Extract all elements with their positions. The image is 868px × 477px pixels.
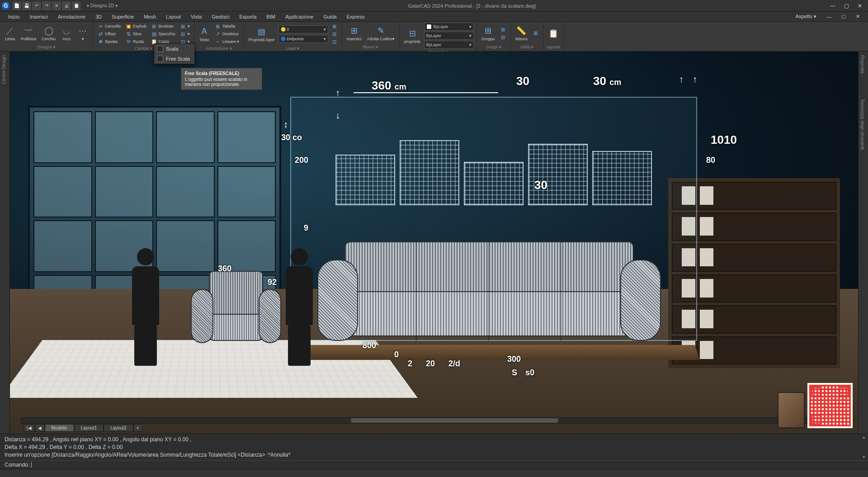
prop-linetype[interactable]: ByLayer▾ bbox=[424, 32, 474, 40]
menu-gestisci[interactable]: Gestisci bbox=[207, 13, 234, 20]
prop-lineweight[interactable]: ByLayer▾ bbox=[424, 41, 474, 49]
command-prompt: Comando: bbox=[5, 462, 29, 468]
tool-direttrice[interactable]: ↗Direttrice bbox=[213, 30, 241, 38]
scroll-down-icon[interactable]: ▼ bbox=[860, 455, 868, 459]
tab-nav-first[interactable]: |◀ bbox=[24, 424, 35, 432]
tool-proprieta[interactable]: ⊟proprietà bbox=[402, 27, 422, 45]
arrow-up-icon: ↑ bbox=[335, 88, 340, 98]
layer-ex1[interactable]: ⊞ bbox=[330, 23, 339, 30]
tool-boolean[interactable]: ⊞Boolean bbox=[150, 23, 177, 30]
tab-layout2[interactable]: Layout2 bbox=[104, 424, 133, 432]
drawing-canvas[interactable]: 360 cm 30 30 cm 30 co 200 1010 80 30 9 9… bbox=[10, 52, 858, 434]
tab-modello[interactable]: Modello bbox=[45, 424, 74, 432]
close-button[interactable]: ✕ bbox=[854, 2, 866, 10]
qat-close-icon[interactable]: ✕ bbox=[52, 2, 61, 10]
menu-3d[interactable]: 3D bbox=[91, 13, 106, 20]
panel-label-gruppi[interactable]: Gruppi ▾ bbox=[480, 45, 508, 51]
qat-redo-icon[interactable]: ↷ bbox=[42, 2, 51, 10]
scroll-thumb[interactable] bbox=[351, 418, 558, 423]
tool-lineare[interactable]: ↔Lineare ▾ bbox=[213, 38, 241, 45]
layer-ex2[interactable]: ⊟ bbox=[330, 30, 339, 38]
right-tab-tavolozza[interactable]: Tavolozza degli strumenti bbox=[859, 95, 866, 153]
tool-sposta[interactable]: ✥Sposta bbox=[96, 38, 122, 45]
panel-label-blocco[interactable]: Blocco ▾ bbox=[345, 45, 397, 51]
layer-combo-2[interactable]: 🔵 Defpoints▾ bbox=[278, 35, 328, 43]
tab-add[interactable]: + bbox=[133, 424, 142, 432]
tool-adotta[interactable]: ✎Adotta Codice▾ bbox=[365, 24, 397, 42]
qat-print-icon[interactable]: 🖨 bbox=[62, 2, 71, 10]
util-ex1[interactable]: ⊞ bbox=[531, 30, 540, 37]
command-input-row[interactable]: Comando: bbox=[0, 460, 868, 469]
tool-esplodi[interactable]: 💥Esplodi bbox=[124, 23, 148, 30]
tool-specchio[interactable]: ▥Specchio bbox=[150, 30, 177, 38]
menu-guida[interactable]: Guida bbox=[319, 13, 341, 20]
right-tab-proprieta[interactable]: Proprietà bbox=[859, 52, 866, 77]
tool-tabella[interactable]: ⊞Tabella bbox=[213, 23, 241, 30]
menu-annotazione[interactable]: Annotazione bbox=[53, 13, 90, 20]
panel-blocco: ⊞Inserisci ✎Adotta Codice▾ Blocco ▾ bbox=[342, 22, 400, 51]
panel-label-annotazione[interactable]: Annotazione ▾ bbox=[197, 46, 241, 51]
menu-applicazione[interactable]: Applicazione bbox=[281, 13, 318, 20]
dropdown-item-free-scala[interactable]: Free Scala bbox=[154, 54, 194, 64]
dim-30mid: 30 bbox=[534, 178, 547, 192]
menu-esporta[interactable]: Esporta bbox=[235, 13, 261, 20]
doc-min-icon[interactable]: — bbox=[822, 13, 836, 20]
panel-label-layer[interactable]: Layer ▾ bbox=[246, 46, 339, 51]
workspace: Centro Design 360 cm 30 30 cm 30 co 200 … bbox=[0, 52, 868, 434]
menu-inserisci[interactable]: Inserisci bbox=[25, 13, 52, 20]
tool-misura[interactable]: 📏Misura bbox=[514, 24, 529, 42]
tool-appunti[interactable]: 📋 bbox=[546, 27, 561, 40]
dropdown-item-scala[interactable]: Scala bbox=[154, 44, 194, 54]
grp-ex1[interactable]: ⊞ bbox=[499, 26, 508, 33]
menu-mesh[interactable]: Mesh bbox=[139, 13, 160, 20]
tool-arco[interactable]: ◡Arco bbox=[59, 24, 74, 42]
tool-layer-props[interactable]: ▤Proprietà layer bbox=[246, 25, 277, 43]
tool-cerchio[interactable]: ◯Cerchio bbox=[40, 24, 57, 42]
title-bar: G 📄 💾 ↶ ↷ ✕ 🖨 📋 ▾ Disegno 2D ▾ GstarCAD … bbox=[0, 0, 868, 12]
tab-nav-prev[interactable]: ◀ bbox=[35, 424, 45, 432]
qat-new-icon[interactable]: 📄 bbox=[13, 2, 21, 10]
horizontal-scrollbar[interactable] bbox=[21, 417, 847, 424]
model-tabs: |◀ ◀ Modello Layout1 Layout2 + bbox=[24, 424, 142, 432]
panel-label-utilita[interactable]: Utilità ▾ bbox=[514, 45, 540, 51]
prop-color[interactable]: ByLayer▾ bbox=[424, 23, 474, 31]
menu-bim[interactable]: BIM bbox=[262, 13, 280, 20]
qat-save-icon[interactable]: 💾 bbox=[23, 2, 31, 10]
doc-max-icon[interactable]: ▢ bbox=[837, 13, 850, 20]
doc-close-icon[interactable]: ✕ bbox=[851, 13, 864, 20]
menu-vista[interactable]: Vista bbox=[186, 13, 206, 20]
menu-superficie[interactable]: Superficie bbox=[107, 13, 138, 20]
overlay-bottom-right bbox=[778, 383, 853, 428]
tool-offset[interactable]: ⇄Offset bbox=[96, 30, 122, 38]
tool-inserisci-blocco[interactable]: ⊞Inserisci bbox=[345, 24, 363, 42]
tool-gruppo[interactable]: ⊞Gruppo bbox=[480, 24, 497, 42]
measure-icon: 📏 bbox=[516, 25, 527, 36]
dim-360s: 360 bbox=[218, 264, 231, 274]
tool-stira[interactable]: ⇅Stira bbox=[124, 30, 148, 38]
scroll-up-icon[interactable]: ▲ bbox=[860, 435, 868, 439]
tool-ex2[interactable]: ⊟▾ bbox=[179, 30, 191, 38]
minimize-button[interactable]: — bbox=[826, 2, 839, 10]
tool-testo[interactable]: ATesto bbox=[197, 25, 212, 43]
left-tab-design-center[interactable]: Centro Design bbox=[0, 52, 8, 88]
dim-80: 80 bbox=[706, 156, 715, 165]
tool-ruota[interactable]: ⟳Ruota bbox=[124, 38, 148, 45]
tab-layout1[interactable]: Layout1 bbox=[74, 424, 104, 432]
tool-linea[interactable]: ／Linea bbox=[3, 24, 17, 42]
menu-aspetto[interactable]: Aspetto ▾ bbox=[791, 13, 821, 20]
tool-more[interactable]: ⋯▾ bbox=[75, 24, 90, 42]
panel-label-disegna[interactable]: Disegna ▾ bbox=[3, 45, 90, 51]
tool-polilinea[interactable]: 〰Polilinea bbox=[19, 24, 38, 42]
tool-cancella[interactable]: ✂Cancella bbox=[96, 23, 122, 30]
qat-paste-icon[interactable]: 📋 bbox=[72, 2, 80, 10]
menu-express[interactable]: Express bbox=[342, 13, 369, 20]
layer-ex3[interactable]: ⊡ bbox=[330, 38, 339, 45]
menu-layout[interactable]: Layout bbox=[161, 13, 185, 20]
grp-ex2[interactable]: ⊟ bbox=[499, 33, 508, 41]
menu-inizio[interactable]: Inizio bbox=[4, 13, 24, 20]
tool-ex1[interactable]: ⊞▾ bbox=[179, 23, 191, 30]
qat-undo-icon[interactable]: ↶ bbox=[33, 2, 41, 10]
tooltip: Free Scala (FREESCALE) L'oggetto può ess… bbox=[181, 68, 262, 90]
layer-combo-1[interactable]: 🟡 0▾ bbox=[278, 25, 328, 33]
maximize-button[interactable]: ▢ bbox=[840, 2, 853, 10]
